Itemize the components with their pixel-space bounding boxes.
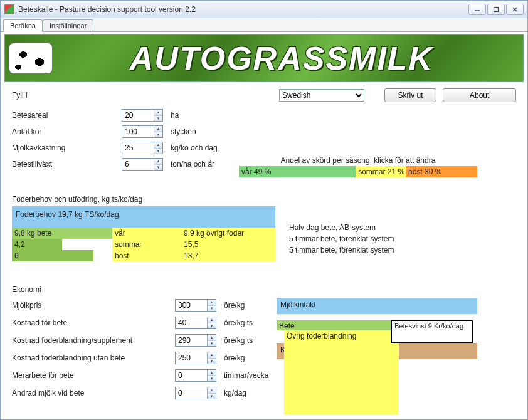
- input-milk-change[interactable]: [176, 387, 207, 399]
- spinner-milk-change[interactable]: ▲▼: [175, 387, 216, 399]
- feed-season: höst: [112, 250, 181, 261]
- input-cost-pasture[interactable]: [176, 317, 207, 328]
- spinner-milk-price[interactable]: ▲▼: [175, 299, 216, 312]
- arrow-down-icon[interactable]: ▼: [208, 306, 216, 312]
- feed-other: 15,5: [181, 239, 275, 250]
- input-yield[interactable]: [122, 142, 154, 154]
- arrow-up-icon[interactable]: ▲: [154, 110, 162, 116]
- label-yield: Mjölkavkastning: [12, 144, 122, 152]
- arrow-down-icon[interactable]: ▼: [208, 394, 216, 399]
- feed-bete: 4,2: [12, 239, 62, 250]
- banner: AUTOGRASSMILK: [4, 34, 524, 82]
- spinner-cost-mix-no[interactable]: ▲▼: [175, 352, 216, 364]
- feed-row-0: 9,8 kg bete vår 9,9 kg övrigt foder: [12, 228, 275, 239]
- arrow-up-icon[interactable]: ▲: [154, 126, 162, 132]
- maximize-icon: [493, 6, 499, 13]
- window-title: Beteskalle - Pasture decision support to…: [18, 5, 468, 14]
- arrow-up-icon[interactable]: ▲: [208, 352, 216, 359]
- econ-vinst: Betesvinst 9 Kr/ko/dag: [391, 320, 473, 343]
- season-summer[interactable]: sommar 21 %: [356, 166, 406, 177]
- arrow-down-icon[interactable]: ▼: [154, 165, 162, 171]
- feed-season: sommar: [112, 239, 181, 250]
- app-window: Beteskalle - Pasture decision support to…: [0, 0, 528, 420]
- spinner-cows[interactable]: ▲▼: [122, 125, 163, 138]
- spinner-arrows: ▲ ▼: [154, 110, 162, 121]
- tab-settings[interactable]: Inställningar: [43, 19, 93, 31]
- spinner-yield[interactable]: ▲▼: [122, 142, 163, 154]
- econ-bete: Bete: [277, 320, 391, 330]
- label-milk-change: Ändrad mjölk vid bete: [12, 389, 175, 397]
- unit-extra-work: timmar/vecka: [224, 371, 268, 380]
- close-button[interactable]: [506, 4, 524, 15]
- input-milk-price[interactable]: [176, 300, 207, 311]
- fill-in-label: Fyll i: [12, 91, 279, 100]
- top-row: Fyll i Swedish Skriv ut About: [12, 88, 516, 102]
- feed-note-1: 5 timmar bete, förenklat system: [289, 234, 394, 243]
- feed-note-0: Halv dag bete, AB-system: [289, 223, 376, 232]
- arrow-down-icon[interactable]: ▼: [154, 132, 162, 138]
- arrow-up-icon[interactable]: ▲: [208, 370, 216, 376]
- minimize-button[interactable]: [468, 4, 486, 15]
- row-extra-work: Merarbete för bete ▲▼ timmar/vecka: [12, 367, 516, 384]
- arrow-up-icon[interactable]: ▲: [208, 335, 216, 341]
- spinner-area[interactable]: ▲ ▼: [122, 109, 163, 122]
- season-title: Andel av skörd per säsong, klicka för at…: [239, 156, 477, 165]
- feed-other: 13,7: [181, 250, 275, 261]
- unit-growth: ton/ha och år: [171, 160, 214, 169]
- arrow-down-icon[interactable]: ▼: [208, 341, 216, 347]
- season-bar[interactable]: vår 49 % sommar 21 % höst 30 %: [239, 166, 477, 177]
- language-select[interactable]: Swedish: [279, 89, 364, 102]
- economy-chart: Mjölkintäkt Bete Övrig foderblandning Be…: [277, 298, 477, 359]
- svg-rect-1: [494, 7, 499, 11]
- unit-milk-change: kg/dag: [224, 389, 246, 397]
- arrow-up-icon[interactable]: ▲: [208, 317, 216, 323]
- input-cost-mix-no[interactable]: [176, 352, 207, 364]
- about-button[interactable]: About: [443, 88, 516, 102]
- feed-other: 9,9 kg övrigt foder: [181, 228, 275, 239]
- spinner-cost-pasture[interactable]: ▲▼: [175, 317, 216, 329]
- tab-strip: Beräkna Inställningar: [1, 18, 527, 32]
- arrow-down-icon[interactable]: ▼: [208, 376, 216, 382]
- label-cost-mix: Kostnad foderblandning/supplement: [12, 336, 175, 345]
- label-growth: Betestillväxt: [12, 160, 122, 169]
- content-area: Fyll i Swedish Skriv ut About Betesareal…: [1, 82, 527, 419]
- arrow-down-icon[interactable]: ▼: [154, 116, 162, 122]
- row-milk-change: Ändrad mjölk vid bete ▲▼ kg/dag: [12, 384, 516, 402]
- row-area: Betesareal ▲ ▼ ha: [12, 107, 516, 123]
- econ-cost-row: Bete Övrig foderblandning Betesvinst 9 K…: [277, 320, 477, 343]
- label-milk-price: Mjölkpris: [12, 301, 175, 310]
- print-button[interactable]: Skriv ut: [384, 88, 437, 102]
- input-extra-work[interactable]: [176, 370, 207, 381]
- label-cows: Antal kor: [12, 127, 122, 136]
- row-cows: Antal kor ▲▼ stycken: [12, 123, 516, 140]
- input-area[interactable]: [122, 110, 154, 121]
- unit-milk-price: öre/kg: [224, 301, 245, 310]
- feed-note-2: 5 timmar bete, förenklat system: [289, 246, 394, 255]
- label-area: Betesareal: [12, 111, 122, 120]
- close-icon: [512, 6, 518, 13]
- minimize-icon: [474, 6, 480, 13]
- arrow-down-icon[interactable]: ▼: [154, 149, 162, 154]
- maximize-button[interactable]: [487, 4, 505, 15]
- arrow-up-icon[interactable]: ▲: [208, 300, 216, 306]
- economy-title: Ekonomi: [12, 285, 516, 294]
- feed-row-2: 6 höst 13,7: [12, 250, 275, 261]
- season-spring[interactable]: vår 49 %: [239, 166, 356, 177]
- tab-calculate[interactable]: Beräkna: [3, 19, 43, 32]
- label-cost-pasture: Kostnad för bete: [12, 318, 175, 327]
- input-cows[interactable]: [122, 126, 154, 137]
- arrow-up-icon[interactable]: ▲: [208, 387, 216, 394]
- arrow-up-icon[interactable]: ▲: [154, 142, 162, 149]
- feed-header: Foderbehov 19,7 kg TS/ko/dag: [12, 206, 275, 228]
- econ-milk-income: Mjölkintäkt: [277, 298, 477, 314]
- arrow-down-icon[interactable]: ▼: [208, 359, 216, 364]
- arrow-down-icon[interactable]: ▼: [208, 323, 216, 329]
- spinner-extra-work[interactable]: ▲▼: [175, 369, 216, 382]
- input-growth[interactable]: [122, 159, 154, 170]
- arrow-up-icon[interactable]: ▲: [154, 159, 162, 165]
- season-autumn[interactable]: höst 30 %: [406, 166, 477, 177]
- spinner-growth[interactable]: ▲▼: [122, 158, 163, 171]
- feed-bete: 9,8 kg bete: [12, 228, 112, 239]
- input-cost-mix[interactable]: [176, 335, 207, 346]
- spinner-cost-mix[interactable]: ▲▼: [175, 334, 216, 347]
